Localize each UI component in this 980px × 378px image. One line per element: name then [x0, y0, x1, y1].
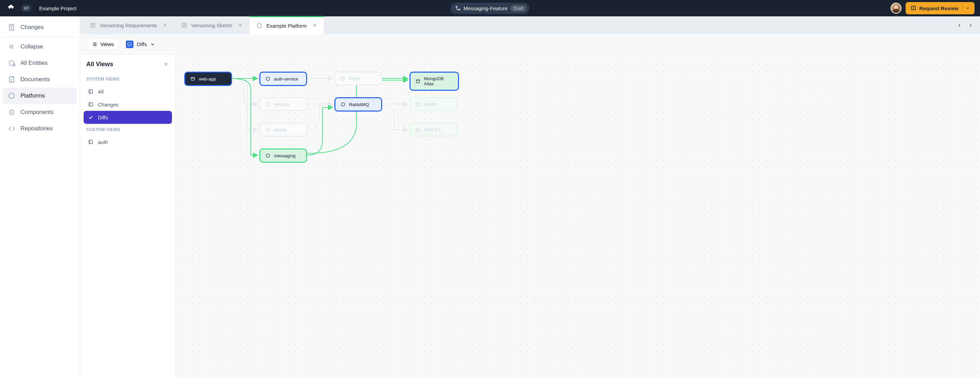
sidebar-label: Components — [21, 109, 53, 116]
node-redis[interactable]: Redis — [334, 71, 382, 85]
request-review-button[interactable]: Request Review — [905, 2, 975, 14]
view-label: Diffs — [98, 114, 108, 121]
node-aws-s3[interactable]: AWS S3 — [409, 123, 457, 137]
node-rabbitmq[interactable]: RabbitMQ — [334, 97, 382, 111]
chevron-down-icon — [966, 6, 970, 10]
node-label: Elastic — [424, 102, 437, 107]
square-icon — [88, 88, 94, 94]
entities-icon — [8, 59, 16, 67]
close-icon[interactable] — [312, 23, 318, 28]
diff-icon — [8, 23, 16, 32]
hexagon-icon — [265, 153, 270, 158]
svg-point-4 — [13, 64, 15, 66]
svg-rect-16 — [191, 78, 195, 80]
svg-rect-11 — [89, 90, 91, 94]
svg-point-19 — [416, 102, 419, 104]
platforms-icon — [8, 92, 16, 100]
view-item-diffs[interactable]: Diffs — [84, 111, 172, 124]
sidebar-item-entities[interactable]: All Entities — [3, 55, 77, 71]
node-label: auth-service — [274, 76, 298, 81]
svg-rect-13 — [89, 103, 91, 106]
view-item-auth[interactable]: auth — [84, 135, 172, 148]
sidebar: Changes Collapse All Entities Documents … — [0, 16, 80, 378]
branch-icon — [455, 5, 461, 11]
project-name[interactable]: Example Project — [39, 5, 76, 11]
tab-example-platform[interactable]: Example Platform — [250, 16, 324, 34]
node-elastic[interactable]: Elastic — [409, 97, 457, 111]
diffs-selector[interactable]: Diffs — [126, 41, 155, 48]
sidebar-item-collapse[interactable]: Collapse — [3, 38, 77, 55]
node-web-app[interactable]: web-app — [184, 71, 232, 86]
custom-views-label: CUSTOM VIEWS — [84, 124, 172, 135]
hexagon-icon — [265, 127, 270, 132]
avatar[interactable] — [891, 3, 902, 14]
node-messaging[interactable]: messaging — [259, 148, 307, 163]
close-icon[interactable] — [238, 22, 243, 28]
database-icon — [340, 76, 345, 81]
node-label: messaging — [274, 153, 296, 158]
sidebar-label: Platforms — [21, 92, 45, 99]
project-badge: EP — [22, 5, 31, 12]
sidebar-label: Documents — [21, 76, 50, 83]
browser-icon — [190, 76, 196, 81]
hexagon-icon — [265, 76, 270, 81]
request-review-label: Request Review — [919, 5, 958, 11]
node-label: web-api — [274, 102, 290, 107]
tab-next-button[interactable] — [966, 21, 975, 29]
database-icon — [415, 127, 420, 132]
svg-point-20 — [416, 128, 419, 129]
hexagon-icon — [340, 102, 346, 107]
tab-label: Example Platform — [267, 23, 307, 29]
branch-name: Messaging-Feature — [463, 5, 508, 11]
database-icon — [415, 101, 420, 107]
sidebar-label: All Entities — [21, 60, 48, 67]
book-icon — [910, 5, 916, 11]
app-logo[interactable] — [5, 3, 16, 14]
node-label: RabbitMQ — [349, 102, 369, 107]
filter-label: Diffs — [137, 41, 147, 47]
node-label: web-app — [199, 76, 216, 81]
tab-versioning-sketch[interactable]: Versioning Sketch — [174, 16, 250, 34]
documents-icon — [8, 75, 16, 84]
close-icon[interactable] — [163, 22, 168, 28]
views-label: Views — [100, 41, 114, 47]
sidebar-item-repositories[interactable]: Repositories — [3, 121, 77, 137]
views-button[interactable]: Views — [86, 38, 120, 50]
views-panel-title: All Views — [86, 61, 113, 68]
repositories-icon — [8, 124, 16, 133]
sidebar-label: Changes — [21, 24, 44, 31]
node-auth-service[interactable]: auth-service — [259, 71, 307, 86]
view-label: auth — [98, 139, 108, 145]
check-icon — [88, 114, 94, 121]
close-icon[interactable] — [163, 61, 169, 68]
svg-point-1 — [458, 9, 460, 10]
node-label: search — [274, 127, 287, 132]
square-icon — [88, 139, 94, 145]
menu-icon — [92, 41, 98, 47]
canvas[interactable]: web-app auth-service web-api search mess… — [176, 55, 980, 378]
node-web-api[interactable]: web-api — [259, 97, 307, 111]
topbar: EP Example Project Messaging-Feature Dra… — [0, 0, 980, 16]
view-item-changes[interactable]: Changes — [84, 98, 172, 111]
node-label: MongoDB Atlas — [424, 76, 453, 86]
tab-label: Versioning Requirements — [100, 22, 157, 28]
chevron-down-icon — [150, 42, 155, 47]
node-label: AWS S3 — [424, 127, 441, 132]
tab-prev-button[interactable] — [955, 21, 964, 29]
branch-pill[interactable]: Messaging-Feature Draft — [450, 3, 529, 14]
sidebar-item-documents[interactable]: Documents — [3, 71, 77, 88]
svg-rect-9 — [128, 42, 132, 46]
sidebar-item-changes[interactable]: Changes — [3, 19, 77, 35]
diff-filter-icon — [126, 41, 134, 48]
sidebar-item-components[interactable]: Components — [3, 104, 77, 121]
sidebar-item-platforms[interactable]: Platforms — [3, 88, 77, 104]
svg-rect-8 — [182, 23, 186, 27]
square-icon — [88, 101, 94, 108]
node-mongodb[interactable]: MongoDB Atlas — [409, 71, 459, 91]
view-item-all[interactable]: All — [84, 85, 172, 98]
node-search[interactable]: search — [259, 123, 307, 137]
sketch-icon — [180, 22, 188, 29]
components-icon — [8, 108, 16, 116]
tab-versioning-requirements[interactable]: Versioning Requirements — [83, 16, 174, 34]
collapse-icon — [8, 43, 16, 51]
